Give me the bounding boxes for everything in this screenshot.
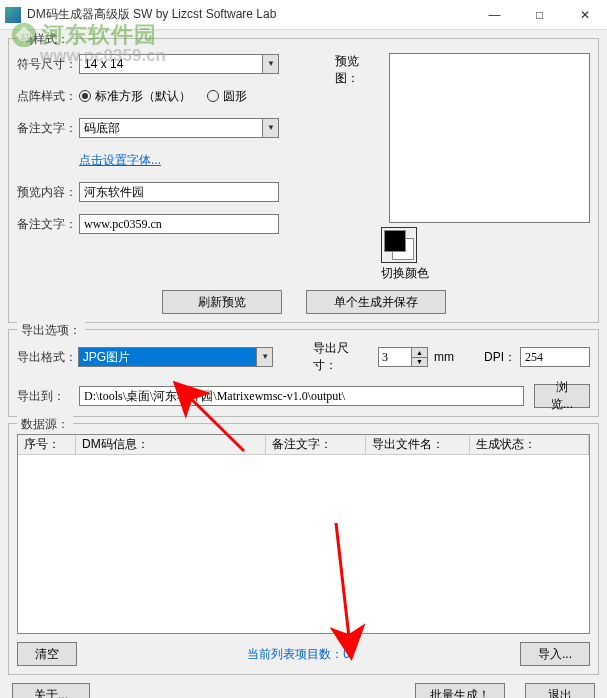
- export-path-input[interactable]: [79, 386, 524, 406]
- note-text-input[interactable]: [79, 214, 279, 234]
- col-filename[interactable]: 导出文件名：: [366, 435, 470, 454]
- preview-content-input[interactable]: [79, 182, 279, 202]
- dot-style-std-radio[interactable]: 标准方形（默认）: [79, 88, 191, 105]
- refresh-preview-button[interactable]: 刷新预览: [162, 290, 282, 314]
- batch-generate-button[interactable]: 批量生成！: [415, 683, 505, 698]
- export-size-unit: mm: [434, 350, 454, 364]
- symbol-size-combo[interactable]: 14 x 14 ▼: [79, 54, 279, 74]
- note-text-label: 备注文字：: [17, 216, 79, 233]
- export-size-spin[interactable]: ▲▼: [378, 347, 428, 367]
- export-format-combo[interactable]: JPG图片 ▼: [78, 347, 274, 367]
- style-group-label: 码样式：: [17, 31, 73, 48]
- col-seq[interactable]: 序号：: [18, 435, 76, 454]
- export-format-label: 导出格式：: [17, 349, 78, 366]
- export-size-label: 导出尺寸：: [313, 340, 372, 374]
- datasource-group-label: 数据源：: [17, 416, 73, 433]
- col-status[interactable]: 生成状态：: [470, 435, 589, 454]
- clear-button[interactable]: 清空: [17, 642, 77, 666]
- browse-button[interactable]: 浏览...: [534, 384, 590, 408]
- dpi-input[interactable]: [520, 347, 590, 367]
- dpi-label: DPI：: [484, 349, 516, 366]
- note-pos-label: 备注文字：: [17, 120, 79, 137]
- data-table[interactable]: 序号： DM码信息： 备注文字： 导出文件名： 生成状态：: [17, 434, 590, 634]
- about-button[interactable]: 关于...: [12, 683, 90, 698]
- close-button[interactable]: ✕: [562, 0, 607, 30]
- export-group: 导出选项： 导出格式： JPG图片 ▼ 导出尺寸： ▲▼ mm DPI： 导出到…: [8, 329, 599, 417]
- minimize-button[interactable]: —: [472, 0, 517, 30]
- swap-color-label: 切换颜色: [381, 265, 429, 282]
- import-button[interactable]: 导入...: [520, 642, 590, 666]
- set-font-link[interactable]: 点击设置字体...: [79, 152, 161, 169]
- style-group: 码样式： 符号尺寸： 14 x 14 ▼ 点阵样式： 标准方形（默认） 圆形 备…: [8, 38, 599, 323]
- dot-style-label: 点阵样式：: [17, 88, 79, 105]
- swap-color-button[interactable]: [381, 227, 417, 263]
- window-title: DM码生成器高级版 SW by Lizcst Software Lab: [27, 6, 276, 23]
- export-group-label: 导出选项：: [17, 322, 85, 339]
- col-info[interactable]: DM码信息：: [76, 435, 266, 454]
- preview-label: 预览图：: [335, 53, 381, 87]
- note-pos-combo[interactable]: 码底部 ▼: [79, 118, 279, 138]
- dot-style-round-radio[interactable]: 圆形: [207, 88, 247, 105]
- export-out-label: 导出到：: [17, 388, 79, 405]
- item-count-label: 当前列表项目数：0: [77, 646, 520, 663]
- spin-down[interactable]: ▼: [412, 358, 427, 367]
- col-note[interactable]: 备注文字：: [266, 435, 366, 454]
- app-icon: [5, 7, 21, 23]
- table-body[interactable]: [18, 455, 589, 633]
- datasource-group: 数据源： 序号： DM码信息： 备注文字： 导出文件名： 生成状态： 清空 当前…: [8, 423, 599, 675]
- exit-button[interactable]: 退出: [525, 683, 595, 698]
- preview-area: [389, 53, 590, 223]
- symbol-size-label: 符号尺寸：: [17, 56, 79, 73]
- maximize-button[interactable]: □: [517, 0, 562, 30]
- title-bar: DM码生成器高级版 SW by Lizcst Software Lab — □ …: [0, 0, 607, 30]
- preview-content-label: 预览内容：: [17, 184, 79, 201]
- spin-up[interactable]: ▲: [412, 348, 427, 358]
- single-generate-button[interactable]: 单个生成并保存: [306, 290, 446, 314]
